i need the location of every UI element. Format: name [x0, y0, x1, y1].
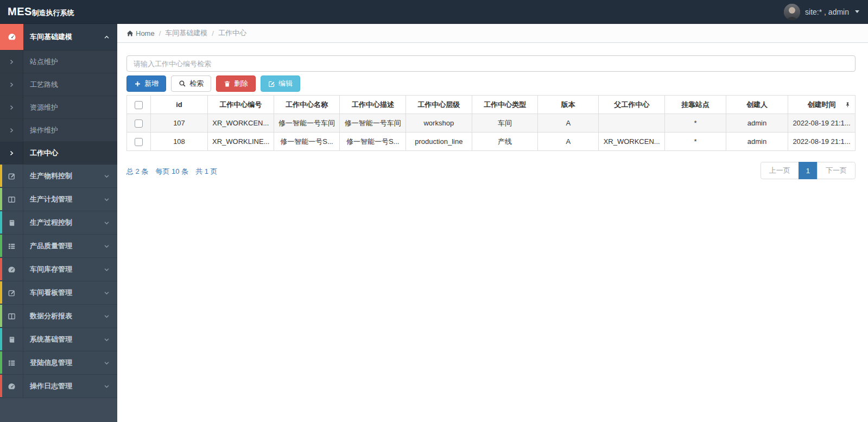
accent-strip — [0, 375, 2, 397]
sidebar-item-resource-maintenance[interactable]: 资源维护 — [0, 96, 117, 119]
cell-description: 修一智能一号S... — [340, 133, 406, 151]
sidebar-item-label: 操作日志管理 — [23, 381, 104, 391]
brand-secondary: 制造执行系统 — [32, 8, 74, 18]
column-header-code: 工作中心编号 — [208, 96, 274, 114]
edit-button[interactable]: 编辑 — [261, 75, 300, 92]
column-header-creator: 创建人 — [726, 96, 788, 114]
accent-strip — [0, 328, 2, 350]
sidebar-item-label: 车间库存管理 — [23, 264, 104, 274]
pin-icon[interactable] — [845, 102, 851, 108]
chevron-down-icon — [104, 267, 110, 273]
columns-icon — [0, 305, 23, 327]
table-row: 108 XR_WORKLINE... 修一智能一号S... 修一智能一号S...… — [127, 133, 856, 151]
cell-type: 产线 — [472, 133, 538, 151]
prev-page-button[interactable]: 上一页 — [761, 162, 799, 179]
breadcrumb-separator: / — [159, 29, 161, 37]
sidebar-item-process-route[interactable]: 工艺路线 — [0, 73, 117, 96]
topbar: MES 制造执行系统 site:* , admin — [0, 0, 868, 24]
sidebar-item-material-control[interactable]: 生产物料控制 — [0, 165, 117, 188]
avatar — [784, 4, 800, 20]
sidebar-item-label: 系统基础管理 — [23, 335, 104, 344]
per-page-count[interactable]: 每页 10 条 — [155, 167, 188, 177]
cell-name: 修一智能一号车间 — [274, 114, 340, 133]
row-checkbox[interactable] — [135, 119, 143, 128]
sidebar-item-kanban-management[interactable]: 车间看板管理 — [0, 281, 117, 305]
cell-description: 修一智能一号车间 — [340, 114, 406, 133]
sidebar-item-login-info[interactable]: 登陆信息管理 — [0, 351, 117, 375]
accent-strip — [0, 211, 2, 234]
book-icon — [0, 328, 23, 351]
sidebar-item-operation-maintenance[interactable]: 操作维护 — [0, 119, 117, 142]
column-header-name: 工作中心名称 — [274, 96, 340, 114]
breadcrumb-home[interactable]: Home — [126, 29, 155, 37]
cell-parent: XR_WORKCEN... — [599, 133, 665, 151]
chevron-down-icon — [855, 10, 859, 13]
sidebar-item-workshop-modeling[interactable]: 车间基础建模 — [0, 24, 117, 51]
cell-code: XR_WORKCEN... — [208, 114, 274, 133]
column-header-type: 工作中心类型 — [472, 96, 538, 114]
sidebar-item-inventory-management[interactable]: 车间库存管理 — [0, 258, 117, 281]
accent-strip — [0, 281, 2, 304]
cell-level: workshop — [406, 114, 472, 133]
breadcrumb-separator: / — [212, 29, 214, 37]
cell-type: 车间 — [472, 114, 538, 133]
accent-strip — [0, 188, 2, 210]
pagination-controls: 上一页 1 下一页 — [761, 162, 856, 179]
chevron-down-icon — [104, 360, 110, 366]
add-button[interactable]: 新增 — [126, 75, 166, 92]
accent-strip — [0, 258, 2, 280]
chevron-down-icon — [104, 383, 110, 389]
row-checkbox[interactable] — [135, 138, 143, 146]
chevron-up-icon — [104, 34, 110, 40]
sidebar-item-station-maintenance[interactable]: 站点维护 — [0, 51, 117, 73]
cell-station: * — [665, 133, 726, 151]
sidebar-item-label: 登陆信息管理 — [23, 358, 104, 368]
user-menu[interactable]: site:* , admin — [784, 4, 859, 20]
search-button[interactable]: 检索 — [171, 75, 211, 92]
sidebar-item-operation-log[interactable]: 操作日志管理 — [0, 375, 117, 398]
dashboard-icon — [0, 24, 23, 50]
app-logo: MES 制造执行系统 — [8, 5, 74, 18]
work-center-table: id 工作中心编号 工作中心名称 工作中心描述 工作中心层级 工作中心类型 版本… — [126, 95, 856, 151]
select-all-checkbox[interactable] — [135, 101, 143, 109]
edit-icon — [268, 80, 275, 87]
sidebar-item-system-management[interactable]: 系统基础管理 — [0, 328, 117, 351]
chevron-right-icon — [0, 142, 23, 164]
chevron-down-icon — [104, 243, 110, 249]
chevron-right-icon — [0, 96, 23, 118]
column-header-id: id — [151, 96, 208, 114]
sidebar-item-process-control[interactable]: 生产过程控制 — [0, 211, 117, 235]
column-header-station: 挂靠站点 — [665, 96, 726, 114]
breadcrumb-current: 工作中心 — [218, 28, 246, 38]
sidebar-item-quality-management[interactable]: 产品质量管理 — [0, 235, 117, 258]
delete-button[interactable]: 删除 — [216, 75, 256, 92]
cell-version: A — [538, 133, 599, 151]
page-count: 共 1 页 — [195, 167, 217, 177]
book-icon — [0, 211, 23, 234]
select-all-cell — [127, 96, 151, 114]
breadcrumb-section[interactable]: 车间基础建模 — [165, 28, 207, 38]
edit-square-icon — [0, 165, 23, 187]
plus-icon — [134, 80, 141, 87]
chevron-down-icon — [104, 290, 110, 296]
sidebar-item-work-center[interactable]: 工作中心 — [0, 142, 117, 165]
table-header-row: id 工作中心编号 工作中心名称 工作中心描述 工作中心层级 工作中心类型 版本… — [127, 96, 856, 114]
chevron-down-icon — [104, 197, 110, 203]
sidebar-item-label: 生产物料控制 — [23, 171, 104, 181]
dashboard-icon — [0, 375, 23, 398]
search-icon — [179, 80, 186, 87]
chevron-right-icon — [0, 73, 23, 96]
user-label: site:* , admin — [805, 8, 849, 16]
page-button-1[interactable]: 1 — [799, 162, 818, 179]
brand-primary: MES — [8, 5, 32, 18]
next-page-button[interactable]: 下一页 — [817, 162, 856, 179]
sidebar-item-plan-management[interactable]: 生产计划管理 — [0, 188, 117, 211]
cell-parent — [599, 114, 665, 133]
sidebar-item-label: 生产计划管理 — [23, 194, 104, 204]
search-input[interactable] — [126, 55, 856, 72]
cell-level: production_line — [406, 133, 472, 151]
sidebar-item-label: 车间基础建模 — [23, 32, 104, 42]
cell-created-time: 2022-08-19 21:1... — [788, 133, 856, 151]
sidebar-item-data-analysis[interactable]: 数据分析报表 — [0, 305, 117, 328]
column-header-created-time: 创建时间 — [788, 96, 856, 114]
